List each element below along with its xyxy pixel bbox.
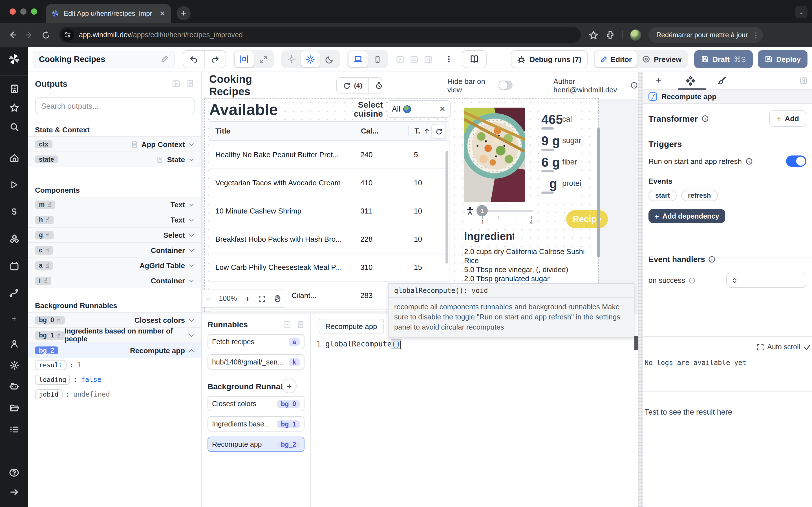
- output-row-component[interactable]: i☝Container: [28, 273, 201, 288]
- jobid-row[interactable]: jobId: undefined: [28, 387, 201, 402]
- sidebar-item-resources[interactable]: [0, 229, 28, 248]
- on-success-select[interactable]: [726, 273, 806, 288]
- table-row[interactable]: Low Carb Philly Cheesesteak Meal P...310…: [209, 253, 449, 282]
- doc-panel-icon[interactable]: [186, 79, 195, 88]
- runnable-card[interactable]: Fetch recipesa: [207, 334, 305, 349]
- output-row-bg1[interactable]: bg_1☝Ingredients based on number of peop…: [28, 327, 201, 342]
- chevron-down-icon[interactable]: [188, 141, 195, 147]
- info-icon[interactable]: [630, 82, 638, 89]
- collapse-runnables-icon[interactable]: [283, 321, 291, 328]
- fit-view-button[interactable]: [258, 295, 265, 302]
- output-row-component[interactable]: h☝Text: [28, 212, 201, 227]
- sidebar-item-variables[interactable]: $: [0, 202, 28, 221]
- pan-hand-button[interactable]: [273, 295, 282, 302]
- output-row-state[interactable]: state State: [28, 152, 201, 167]
- extensions-icon[interactable]: [606, 31, 615, 40]
- sidebar-item-runs[interactable]: [0, 175, 28, 194]
- theme-light-toggle[interactable]: [301, 51, 320, 67]
- hide-left-panel-icon[interactable]: [396, 55, 404, 63]
- back-icon[interactable]: [8, 31, 17, 40]
- table-row[interactable]: Healthy No Bake Peanut Butter Pret...240…: [209, 141, 449, 169]
- editor-mode-tab[interactable]: Editor: [595, 51, 637, 67]
- docs-book-button[interactable]: [462, 50, 487, 68]
- code-scrollbar[interactable]: [635, 336, 638, 350]
- tab-search-icon[interactable]: ⌄: [795, 6, 808, 18]
- servings-slider[interactable]: 1 1 4: [464, 205, 535, 225]
- browser-tab[interactable]: Edit App u/henri/recipes_impr ✕: [46, 4, 171, 23]
- edit-pencil-icon[interactable]: [161, 55, 168, 63]
- event-chip-start[interactable]: start: [649, 190, 677, 201]
- column-cal[interactable]: Cal...: [355, 126, 408, 136]
- output-row-bg0[interactable]: bg_0☝Closest colors: [28, 312, 201, 327]
- info-icon[interactable]: [709, 256, 716, 263]
- chevron-down-icon[interactable]: [188, 156, 195, 163]
- zoom-in-button[interactable]: +: [245, 294, 250, 303]
- runnable-card[interactable]: hub/1408/gmail/_sen...k: [207, 354, 305, 370]
- tab-styling[interactable]: [706, 76, 738, 85]
- output-row-component[interactable]: a☝AgGrid Table: [28, 258, 201, 273]
- zoom-out-button[interactable]: −: [206, 294, 211, 303]
- table-row[interactable]: 10 Minute Cashew Shrimp31110: [209, 197, 449, 225]
- more-options-icon[interactable]: [445, 55, 453, 63]
- sidebar-item-workspace[interactable]: [0, 79, 28, 98]
- sidebar-item-workers[interactable]: [0, 377, 28, 396]
- output-row-component[interactable]: g☝Select: [28, 227, 201, 242]
- mobile-view-toggle[interactable]: [368, 51, 387, 67]
- sidebar-item-settings[interactable]: [0, 355, 28, 375]
- table-scrollbar[interactable]: [446, 151, 448, 264]
- hide-bar-toggle[interactable]: [499, 80, 513, 90]
- tab-settings[interactable]: [674, 76, 706, 86]
- output-row-component[interactable]: c☝Container: [28, 242, 201, 258]
- forward-icon[interactable]: [25, 31, 34, 40]
- deploy-button[interactable]: Deploy: [758, 50, 808, 68]
- sidebar-item-search[interactable]: [0, 117, 28, 136]
- bg-runnable-card[interactable]: Ingredients base...bg_1: [207, 416, 305, 432]
- sidebar-item-users[interactable]: [0, 334, 28, 353]
- add-transformer-button[interactable]: +Add: [769, 110, 806, 127]
- chevron-up-icon[interactable]: [188, 347, 195, 353]
- app-refresh-button[interactable]: (4): [336, 78, 368, 93]
- event-chip-refresh[interactable]: refresh: [681, 190, 718, 201]
- draft-save-button[interactable]: Draft⌘S: [694, 50, 753, 68]
- hide-bottom-panel-icon[interactable]: [410, 55, 418, 63]
- code-tab[interactable]: Recompute app: [319, 319, 384, 334]
- sort-asc-icon[interactable]: [423, 128, 430, 134]
- app-title-input[interactable]: Cooking Recipes: [33, 50, 175, 68]
- app-history-button[interactable]: [368, 78, 383, 93]
- auto-scroll-checkbox[interactable]: [804, 343, 811, 351]
- theme-dark-toggle[interactable]: [320, 51, 339, 67]
- table-refresh-button[interactable]: [432, 124, 446, 138]
- site-settings-icon[interactable]: [61, 29, 74, 41]
- hide-right-panel-icon[interactable]: [424, 55, 433, 63]
- column-title[interactable]: Title: [209, 127, 355, 135]
- close-window-button[interactable]: [10, 8, 16, 15]
- output-row-ctx[interactable]: ctx App Context: [28, 136, 201, 152]
- sidebar-item-logs[interactable]: [0, 420, 28, 439]
- cuisine-select[interactable]: All ✕: [387, 100, 451, 118]
- sidebar-item-home[interactable]: [0, 148, 28, 167]
- info-icon[interactable]: [701, 115, 709, 122]
- theme-auto-toggle[interactable]: [283, 51, 301, 67]
- help-icon[interactable]: [0, 463, 28, 482]
- code-editor[interactable]: 1 globalRecompute(): [311, 336, 633, 507]
- bg-runnable-card-selected[interactable]: Recompute appbg_2: [207, 437, 305, 452]
- sidebar-item-folders[interactable]: [0, 398, 28, 417]
- clear-select-icon[interactable]: ✕: [439, 105, 446, 113]
- doc-icon[interactable]: [297, 321, 305, 328]
- recipe-button[interactable]: Recipe: [566, 210, 608, 228]
- output-row-component[interactable]: m☝Text: [28, 196, 201, 212]
- desktop-view-toggle[interactable]: [349, 51, 368, 67]
- windmill-logo[interactable]: [0, 47, 28, 71]
- add-bg-runnable-button[interactable]: +: [282, 379, 297, 393]
- browser-menu-icon[interactable]: ⋮: [752, 31, 760, 39]
- output-row-bg2-selected[interactable]: bg_2Recompute app: [28, 342, 201, 358]
- preview-mode-tab[interactable]: Preview: [638, 51, 687, 67]
- sidebar-item-favorites[interactable]: [0, 98, 28, 117]
- expand-logs-icon[interactable]: [756, 343, 764, 351]
- tab-insert[interactable]: +: [643, 75, 674, 86]
- sidebar-item-add[interactable]: +: [0, 309, 28, 328]
- new-tab-button[interactable]: +: [176, 6, 191, 20]
- add-dependency-button[interactable]: +Add dependency: [649, 209, 725, 223]
- close-tab-icon[interactable]: ✕: [160, 10, 165, 17]
- app-sheet[interactable]: Available Select cuisine All ✕ Title Cal…: [204, 98, 599, 312]
